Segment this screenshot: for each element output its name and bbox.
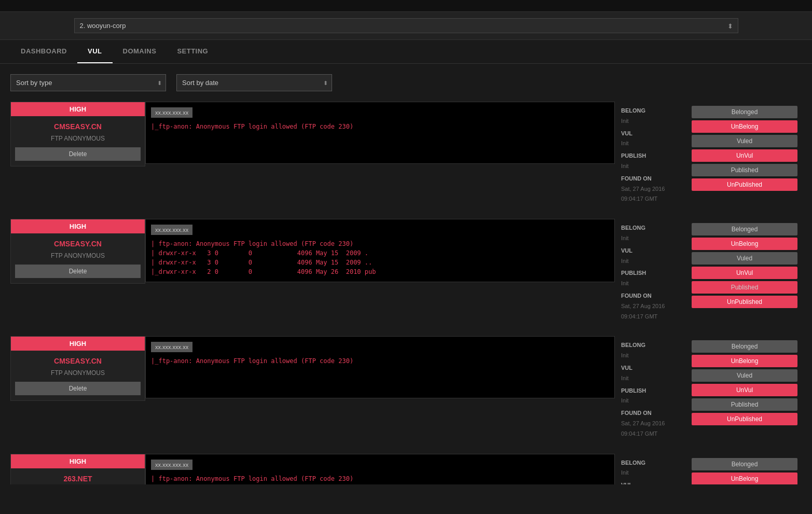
unpublished-button[interactable]: UnPublished (692, 178, 797, 191)
vul-type: FTP ANONYMOUS (11, 367, 145, 382)
vul-cards-container: HIGH CMSEASY.CN FTP ANONYMOUS Delete xx.… (10, 102, 802, 484)
vul-action-buttons: Belonged UnBelong Vuled UnVul Published … (687, 219, 802, 312)
belong-init: Init (621, 351, 681, 361)
belong-label: BELONG (621, 458, 681, 468)
tab-domains[interactable]: DOMAINS (113, 40, 167, 63)
delete-button[interactable]: Delete (15, 265, 141, 278)
unbelong-button[interactable]: UnBelong (692, 238, 797, 250)
publish-init: Init (621, 161, 681, 172)
vul-action-buttons: Belonged UnBelong Vuled UnVul Published … (687, 454, 802, 484)
vul-severity-badge: HIGH (11, 102, 145, 116)
vul-domain: 263.NET (11, 468, 145, 484)
unbelong-button[interactable]: UnBelong (692, 120, 797, 133)
tab-setting[interactable]: SETTING (167, 40, 218, 63)
vul-meta-panel: BELONG Init VUL Init PUBLISH Init FOUND … (615, 336, 687, 443)
published-button[interactable]: Published (692, 398, 797, 411)
vuled-button[interactable]: Vuled (692, 252, 797, 265)
found-on-value: Sat, 27 Aug 2016 09:04:17 GMT (621, 419, 681, 439)
vul-severity-badge: HIGH (11, 454, 145, 468)
belonged-button[interactable]: Belonged (692, 458, 797, 470)
vul-ip-bar: xx.xxx.xxx.xx (151, 225, 192, 235)
belonged-button[interactable]: Belonged (692, 340, 797, 353)
vul-domain: CMSEASY.CN (11, 351, 145, 367)
vul-left-panel: HIGH 263.NET FTP ANONYMOUS Delete (10, 454, 145, 484)
vul-action-buttons: Belonged UnBelong Vuled UnVul Published … (687, 102, 802, 195)
unvul-button[interactable]: UnVul (692, 384, 797, 396)
published-button[interactable]: Published (692, 164, 797, 176)
unvul-button[interactable]: UnVul (692, 267, 797, 279)
app-header (0, 0, 812, 12)
vul-label: VUL (621, 480, 681, 484)
sort-by-type-select[interactable]: Sort by type HIGH MEDIUM LOW (10, 74, 166, 91)
unpublished-button[interactable]: UnPublished (692, 413, 797, 425)
belonged-button[interactable]: Belonged (692, 223, 797, 235)
publish-label: PUBLISH (621, 268, 681, 279)
filters-row: Sort by type HIGH MEDIUM LOW Sort by dat… (10, 74, 802, 91)
belonged-button[interactable]: Belonged (692, 106, 797, 118)
vul-code-output: |_ftp-anon: Anonymous FTP login allowed … (151, 122, 609, 131)
tab-dashboard[interactable]: DASHBOARD (10, 40, 77, 63)
vul-severity-badge: HIGH (11, 337, 145, 351)
vuled-button[interactable]: Vuled (692, 135, 797, 147)
vul-code-panel: xx.xxx.xxx.xx | ftp-anon: Anonymous FTP … (145, 219, 615, 282)
vul-card: HIGH CMSEASY.CN FTP ANONYMOUS Delete xx.… (10, 102, 802, 209)
vul-domain: CMSEASY.CN (11, 116, 145, 133)
vul-ip-bar: xx.xxx.xxx.xx (151, 460, 192, 470)
vul-left-panel: HIGH CMSEASY.CN FTP ANONYMOUS Delete (10, 336, 145, 401)
vul-label: VUL (621, 129, 681, 139)
workspace-bar: 1. default 2. wooyun-corp 3. other (0, 12, 812, 40)
belong-label: BELONG (621, 106, 681, 116)
tab-vul[interactable]: VUL (77, 40, 113, 63)
vul-code-panel: xx.xxx.xxx.xx |_ftp-anon: Anonymous FTP … (145, 336, 615, 398)
unvul-button[interactable]: UnVul (692, 149, 797, 162)
belong-init: Init (621, 468, 681, 478)
publish-label: PUBLISH (621, 386, 681, 396)
unpublished-button[interactable]: UnPublished (692, 296, 797, 308)
publish-init: Init (621, 279, 681, 289)
found-on-label: FOUND ON (621, 174, 681, 184)
published-button[interactable]: Published (692, 281, 797, 294)
vul-code-output: | ftp-anon: Anonymous FTP login allowed … (151, 239, 609, 276)
belong-init: Init (621, 116, 681, 127)
found-on-label: FOUND ON (621, 291, 681, 301)
vul-init: Init (621, 373, 681, 384)
vul-severity-badge: HIGH (11, 219, 145, 233)
delete-button[interactable]: Delete (15, 147, 141, 161)
vul-meta-panel: BELONG Init VUL Init PUBLISH Init FOUND … (615, 219, 687, 326)
found-on-label: FOUND ON (621, 408, 681, 419)
belong-init: Init (621, 233, 681, 244)
vul-ip-bar: xx.xxx.xxx.xx (151, 342, 192, 352)
belong-label: BELONG (621, 340, 681, 351)
vul-init: Init (621, 256, 681, 267)
vul-code-panel: xx.xxx.xxx.xx | ftp-anon: Anonymous FTP … (145, 454, 615, 484)
vul-card: HIGH CMSEASY.CN FTP ANONYMOUS Delete xx.… (10, 336, 802, 443)
vul-label: VUL (621, 246, 681, 256)
main-content: Sort by type HIGH MEDIUM LOW Sort by dat… (0, 64, 812, 484)
vul-domain: CMSEASY.CN (11, 233, 145, 250)
delete-button[interactable]: Delete (15, 382, 141, 395)
vul-code-output: |_ftp-anon: Anonymous FTP login allowed … (151, 356, 609, 366)
belong-label: BELONG (621, 223, 681, 233)
unbelong-button[interactable]: UnBelong (692, 473, 797, 484)
vul-card: HIGH 263.NET FTP ANONYMOUS Delete xx.xxx… (10, 454, 802, 484)
vul-meta-panel: BELONG Init VUL Init PUBLISH Init FOUND … (615, 454, 687, 484)
vuled-button[interactable]: Vuled (692, 369, 797, 382)
sort-by-date-select[interactable]: Sort by date Newest Oldest (176, 74, 332, 91)
vul-meta-panel: BELONG Init VUL Init PUBLISH Init FOUND … (615, 102, 687, 209)
sort-date-wrapper: Sort by date Newest Oldest (176, 74, 332, 91)
workspace-select-wrapper: 1. default 2. wooyun-corp 3. other (74, 18, 738, 33)
found-on-value: Sat, 27 Aug 2016 09:04:17 GMT (621, 184, 681, 205)
vul-left-panel: HIGH CMSEASY.CN FTP ANONYMOUS Delete (10, 102, 145, 166)
vul-left-panel: HIGH CMSEASY.CN FTP ANONYMOUS Delete (10, 219, 145, 284)
found-on-value: Sat, 27 Aug 2016 09:04:17 GMT (621, 301, 681, 322)
workspace-select[interactable]: 1. default 2. wooyun-corp 3. other (74, 18, 738, 33)
unbelong-button[interactable]: UnBelong (692, 355, 797, 367)
vul-type: FTP ANONYMOUS (11, 133, 145, 147)
sort-type-wrapper: Sort by type HIGH MEDIUM LOW (10, 74, 166, 91)
vul-label: VUL (621, 363, 681, 373)
vul-code-panel: xx.xxx.xxx.xx |_ftp-anon: Anonymous FTP … (145, 102, 615, 164)
tab-nav: DASHBOARD VUL DOMAINS SETTING (10, 40, 802, 63)
vul-code-output: | ftp-anon: Anonymous FTP login allowed … (151, 474, 609, 484)
vul-action-buttons: Belonged UnBelong Vuled UnVul Published … (687, 336, 802, 429)
tabs-bar: DASHBOARD VUL DOMAINS SETTING (0, 40, 812, 64)
